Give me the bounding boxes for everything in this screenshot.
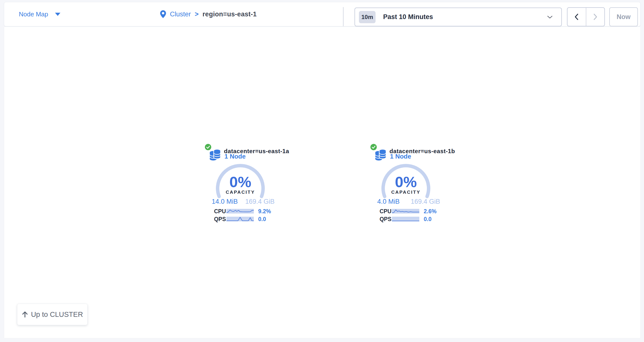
node-map-canvas: datacenter=us-east-1a 1 Node 0% CAPACITY… (4, 27, 640, 338)
time-nav-group (567, 7, 605, 26)
capacity-total: 169.4 GiB (238, 198, 274, 205)
header-bar: Node Map Cluster > region=us-east-1 10m … (4, 2, 640, 26)
capacity-percent: 0% (216, 174, 265, 190)
qps-value: 0.0 (258, 216, 266, 223)
caret-down-icon (55, 13, 60, 16)
header-divider (343, 7, 344, 26)
locality-node-count: 1 Node (224, 153, 246, 160)
time-range-label: Past 10 Minutes (383, 13, 433, 21)
cpu-sparkline (226, 209, 254, 214)
breadcrumb: Cluster > region=us-east-1 (160, 2, 257, 26)
qps-value: 0.0 (424, 216, 432, 223)
view-selector-dropdown[interactable]: Node Map (19, 2, 60, 26)
cpu-label: CPU (378, 208, 392, 215)
capacity-label: CAPACITY (382, 190, 430, 195)
qps-sparkline (226, 217, 254, 221)
capacity-used: 4.0 MiB (377, 198, 400, 205)
database-stack-icon (210, 148, 221, 161)
locality-card[interactable]: datacenter=us-east-1a 1 Node 0% CAPACITY… (203, 143, 279, 224)
now-button[interactable]: Now (609, 7, 638, 26)
time-range-selector[interactable]: 10m Past 10 Minutes (354, 7, 562, 26)
time-range-badge: 10m (359, 11, 376, 23)
arrow-up-icon (22, 311, 28, 318)
up-to-cluster-label: Up to CLUSTER (31, 311, 83, 319)
cpu-value: 2.6% (424, 208, 436, 215)
view-selector-label: Node Map (19, 10, 48, 18)
breadcrumb-cluster-link[interactable]: Cluster (170, 10, 191, 18)
locality-node-count: 1 Node (390, 153, 411, 160)
up-to-cluster-button[interactable]: Up to CLUSTER (17, 304, 88, 325)
qps-sparkline (392, 217, 419, 221)
chevron-right-icon (593, 13, 598, 20)
breadcrumb-separator: > (195, 10, 199, 18)
capacity-total: 169.4 GiB (403, 198, 440, 205)
cpu-sparkline (392, 209, 419, 214)
chevron-down-icon (547, 16, 552, 18)
chevron-left-icon (574, 13, 579, 20)
database-stack-icon (375, 148, 387, 161)
locality-card[interactable]: datacenter=us-east-1b 1 Node 0% CAPACITY… (369, 143, 444, 224)
cpu-value: 9.2% (258, 208, 271, 215)
qps-label: QPS (378, 216, 392, 223)
capacity-used: 14.0 MiB (212, 198, 238, 205)
time-prev-button[interactable] (568, 8, 586, 26)
breadcrumb-current: region=us-east-1 (202, 10, 257, 18)
capacity-percent: 0% (382, 174, 430, 190)
capacity-label: CAPACITY (216, 190, 265, 195)
location-pin-icon (160, 10, 166, 18)
qps-label: QPS (212, 216, 226, 223)
cpu-label: CPU (212, 208, 226, 215)
time-next-button[interactable] (586, 8, 605, 26)
